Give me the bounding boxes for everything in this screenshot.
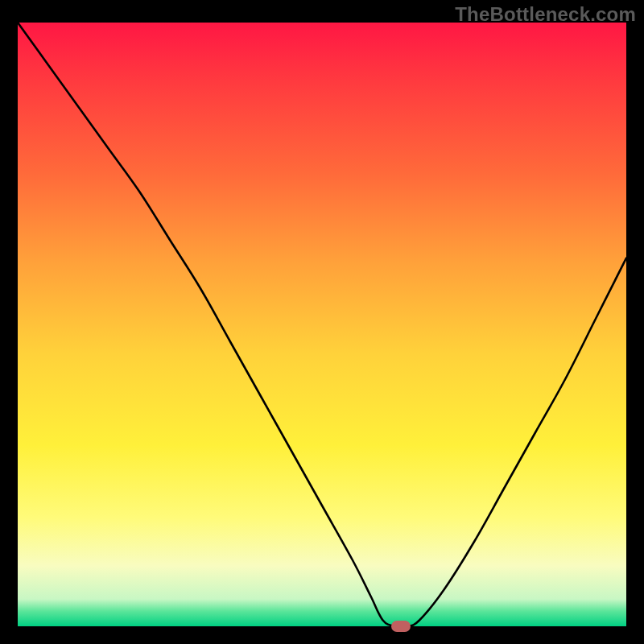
watermark-label: TheBottleneck.com	[455, 3, 636, 26]
optimal-marker	[391, 621, 411, 632]
chart-frame: TheBottleneck.com	[0, 0, 644, 644]
gradient-background	[18, 23, 626, 626]
chart-svg	[18, 23, 626, 626]
plot-area	[18, 23, 626, 626]
